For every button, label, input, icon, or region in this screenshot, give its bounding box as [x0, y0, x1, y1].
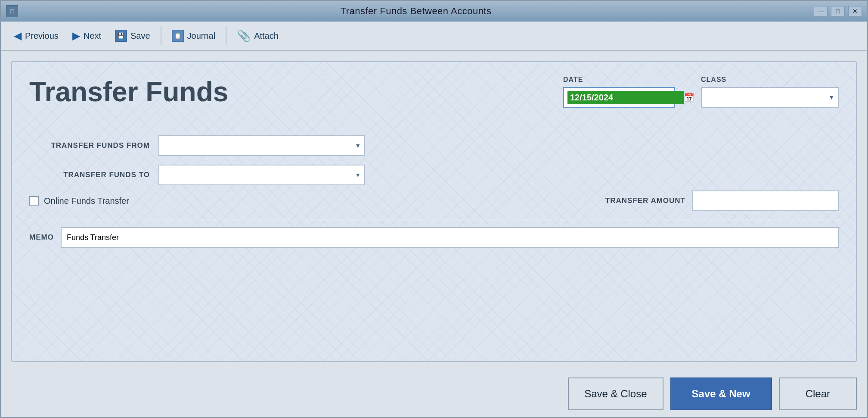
window-controls: — □ ✕	[814, 6, 862, 16]
attach-icon: 📎	[237, 29, 251, 43]
next-icon	[72, 30, 80, 42]
save-close-label: Save & Close	[584, 388, 647, 399]
toolbar-separator-2	[226, 26, 226, 45]
journal-button[interactable]: 📋 Journal	[166, 25, 222, 47]
transfer-from-label: TRANSFER FUNDS FROM	[29, 141, 150, 150]
transfer-amount-input[interactable]	[692, 190, 839, 211]
date-field-group: DATE 📅	[563, 76, 675, 108]
class-select[interactable]	[701, 87, 839, 108]
memo-divider	[29, 220, 839, 220]
form-card: Transfer Funds DATE 📅	[11, 61, 857, 362]
transfer-fields: TRANSFER FUNDS FROM TRANSFER FUNDS TO	[29, 135, 839, 185]
date-input-wrapper: 📅	[563, 87, 675, 108]
next-label: Next	[84, 31, 101, 41]
top-row: Transfer Funds DATE 📅	[29, 76, 839, 122]
memo-input[interactable]	[61, 227, 839, 248]
class-field-group: CLASS	[701, 76, 839, 108]
transfer-from-select[interactable]	[158, 135, 365, 156]
save-icon: 💾	[115, 30, 127, 42]
close-button[interactable]: ✕	[848, 6, 862, 16]
main-content: Transfer Funds DATE 📅	[1, 51, 867, 369]
memo-label: MEMO	[29, 233, 54, 242]
transfer-from-select-wrapper	[158, 135, 365, 156]
date-label: DATE	[563, 76, 675, 84]
transfer-to-label: TRANSFER FUNDS TO	[29, 171, 150, 179]
transfer-amount-area: TRANSFER AMOUNT	[605, 190, 839, 211]
transfer-to-row: TRANSFER FUNDS TO	[29, 165, 839, 185]
save-button[interactable]: 💾 Save	[109, 25, 156, 47]
class-select-wrapper	[701, 87, 839, 108]
minimize-button[interactable]: —	[814, 6, 828, 16]
attach-button[interactable]: 📎 Attach	[231, 25, 285, 47]
restore-button[interactable]: □	[831, 6, 845, 16]
online-transfer-label: Online Funds Transfer	[44, 196, 129, 206]
form-title-area: Transfer Funds	[29, 76, 228, 122]
transfer-to-select-wrapper	[158, 165, 365, 185]
save-close-button[interactable]: Save & Close	[568, 377, 663, 410]
window-icon: □	[6, 5, 18, 17]
memo-row: MEMO	[29, 227, 839, 248]
next-button[interactable]: Next	[66, 25, 107, 47]
main-window: □ Transfer Funds Between Accounts — □ ✕ …	[0, 0, 868, 418]
previous-button[interactable]: Previous	[8, 25, 65, 47]
date-class-area: DATE 📅 CLASS	[563, 76, 839, 108]
save-new-button[interactable]: Save & New	[670, 377, 772, 410]
previous-label: Previous	[25, 31, 59, 41]
transfer-amount-label: TRANSFER AMOUNT	[605, 197, 685, 205]
previous-icon	[14, 30, 22, 42]
toolbar: Previous Next 💾 Save 📋 Journal 📎 Attach	[1, 22, 867, 51]
transfer-to-select[interactable]	[158, 165, 365, 185]
toolbar-separator-1	[161, 26, 161, 45]
bottom-bar: Save & Close Save & New Clear	[1, 369, 867, 417]
transfer-from-row: TRANSFER FUNDS FROM	[29, 135, 839, 156]
clear-button[interactable]: Clear	[779, 377, 857, 410]
save-label: Save	[130, 31, 150, 41]
form-card-inner: Transfer Funds DATE 📅	[29, 76, 839, 248]
save-new-label: Save & New	[692, 388, 750, 399]
title-bar: □ Transfer Funds Between Accounts — □ ✕	[1, 1, 867, 22]
window-title: Transfer Funds Between Accounts	[18, 6, 814, 17]
date-input[interactable]	[567, 91, 684, 104]
form-title: Transfer Funds	[29, 76, 228, 108]
journal-label: Journal	[187, 31, 216, 41]
online-transfer-row: Online Funds Transfer TRANSFER AMOUNT	[29, 190, 839, 211]
class-label: CLASS	[701, 76, 839, 84]
journal-icon: 📋	[172, 30, 184, 42]
online-transfer-checkbox[interactable]	[29, 196, 39, 206]
calendar-icon[interactable]: 📅	[684, 90, 694, 104]
attach-label: Attach	[254, 31, 279, 41]
clear-label: Clear	[806, 388, 830, 399]
